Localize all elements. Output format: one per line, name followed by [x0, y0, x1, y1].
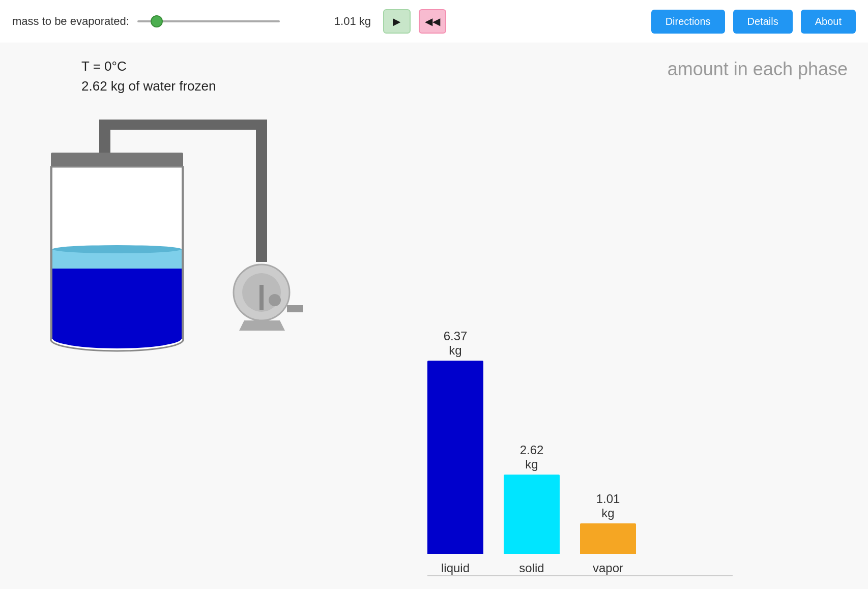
temperature-display: T = 0°C: [81, 58, 366, 74]
about-button[interactable]: About: [801, 10, 856, 34]
play-button[interactable]: ▶: [383, 9, 411, 34]
toolbar: mass to be evaporated: 1.01 kg ▶ ◀◀ Dire…: [0, 0, 868, 43]
bar-group-solid: 2.62 kgsolid: [504, 443, 560, 575]
mass-value: 1.01 kg: [334, 15, 375, 28]
bar-value-liquid: 6.37 kg: [444, 329, 468, 358]
mass-slider[interactable]: [137, 20, 280, 22]
mass-label: mass to be evaporated:: [12, 15, 129, 28]
pump-output-pipe: [287, 305, 303, 312]
sim-info: T = 0°C 2.62 kg of water frozen: [20, 58, 366, 94]
bar-group-vapor: 1.01 kgvapor: [580, 492, 636, 575]
bar-rect-solid: [504, 475, 560, 554]
chart-title: amount in each phase: [387, 58, 848, 80]
bar-chart: 6.37 kgliquid2.62 kgsolid1.01 kgvapor: [387, 321, 848, 575]
pipe-top-horizontal: [99, 120, 267, 130]
slider-container: [137, 20, 326, 22]
state-display: 2.62 kg of water frozen: [81, 78, 366, 94]
pump-knob: [269, 294, 281, 306]
liquid-light-top-curve: [52, 245, 182, 253]
flask-right-wall: [182, 167, 183, 339]
bar-rect-vapor: [580, 523, 636, 554]
main-content: T = 0°C 2.62 kg of water frozen: [0, 43, 868, 586]
pump-base: [239, 320, 285, 331]
pipe-right-vertical: [256, 120, 267, 262]
sim-panel: T = 0°C 2.62 kg of water frozen: [20, 53, 366, 576]
bar-label-liquid: liquid: [441, 561, 470, 575]
sim-svg: [20, 104, 305, 359]
chart-panel: amount in each phase 6.37 kgliquid2.62 k…: [387, 53, 848, 576]
details-button[interactable]: Details: [733, 10, 793, 34]
pipe-left-vertical: [99, 120, 110, 155]
bar-value-solid: 2.62 kg: [520, 443, 544, 472]
flask-left-wall: [51, 167, 52, 339]
bar-label-vapor: vapor: [593, 561, 623, 575]
pump-shaft: [259, 285, 264, 310]
liquid-bottom-ellipse: [52, 328, 182, 348]
flask-lid: [51, 153, 183, 167]
simulation-illustration: [20, 104, 305, 359]
rewind-button[interactable]: ◀◀: [419, 9, 446, 34]
bar-label-solid: solid: [519, 561, 544, 575]
bar-value-vapor: 1.01 kg: [596, 492, 620, 520]
bar-group-liquid: 6.37 kgliquid: [427, 329, 483, 575]
chart-baseline: [427, 575, 733, 576]
bar-rect-liquid: [427, 361, 483, 554]
directions-button[interactable]: Directions: [651, 10, 725, 34]
